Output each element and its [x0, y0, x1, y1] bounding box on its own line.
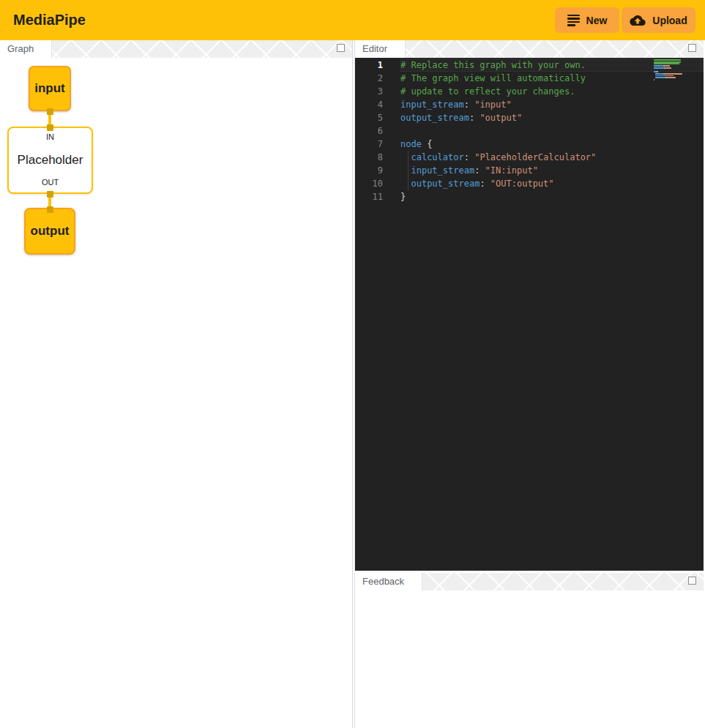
- line-number: 9: [355, 164, 383, 177]
- code-text[interactable]: output_stream: "OUT:output": [400, 177, 704, 190]
- graph-canvas[interactable]: input IN Placeholder OUT output: [0, 58, 352, 728]
- graph-node-placeholder[interactable]: IN Placeholder OUT: [7, 127, 93, 194]
- minimap-line: [654, 67, 664, 69]
- indent-guide: [408, 164, 409, 177]
- code-line[interactable]: 10 output_stream: "OUT:output": [355, 177, 704, 190]
- list-icon: [567, 15, 580, 26]
- editor-panel: Editor 1# Replace this graph with your o…: [354, 40, 704, 571]
- code-line[interactable]: 1# Replace this graph with your own.: [355, 59, 704, 72]
- feedback-panel: Feedback: [354, 573, 704, 728]
- popout-icon[interactable]: [337, 44, 345, 52]
- code-text[interactable]: input_stream: "IN:input": [400, 164, 704, 177]
- code-line[interactable]: 8 calculator: "PlaceholderCalculator": [355, 151, 704, 164]
- line-number: 8: [355, 151, 383, 164]
- code-line[interactable]: 5output_stream: "output": [355, 111, 704, 124]
- graph-node-input[interactable]: input: [29, 66, 71, 111]
- line-number: 4: [355, 98, 383, 111]
- minimap-line: [655, 77, 665, 78]
- graph-node-output[interactable]: output: [24, 208, 75, 255]
- upload-button-label: Upload: [652, 15, 687, 26]
- code-lines: 1# Replace this graph with your own.2# T…: [355, 58, 704, 203]
- line-number: 1: [355, 59, 383, 72]
- code-line[interactable]: 9 input_stream: "IN:input": [355, 164, 704, 177]
- new-button-label: New: [586, 15, 608, 26]
- new-button[interactable]: New: [555, 7, 619, 33]
- code-text[interactable]: calculator: "PlaceholderCalculator": [400, 151, 704, 164]
- code-line[interactable]: 2# The graph view will automatically: [355, 72, 704, 85]
- stream-port: [47, 191, 53, 198]
- app-header: MediaPipe New Upload: [0, 0, 705, 40]
- graph-tabstrip: Graph: [0, 40, 352, 58]
- minimap-line: [665, 67, 671, 69]
- code-editor[interactable]: 1# Replace this graph with your own.2# T…: [355, 58, 704, 571]
- minimap-line: [654, 79, 654, 80]
- line-number: 6: [355, 124, 383, 138]
- code-text[interactable]: [400, 124, 704, 138]
- stream-port: [47, 124, 53, 131]
- app-title: MediaPipe: [13, 0, 86, 40]
- line-number: 2: [355, 72, 383, 85]
- code-line[interactable]: 4input_stream: "input": [355, 98, 704, 111]
- code-line[interactable]: 11}: [355, 190, 704, 203]
- indent-guide: [408, 177, 409, 190]
- minimap-line: [655, 75, 665, 77]
- minimap-line: [654, 63, 679, 64]
- minimap-line: [666, 75, 674, 77]
- line-number: 7: [355, 138, 383, 151]
- popout-icon[interactable]: [688, 44, 696, 52]
- popout-icon[interactable]: [688, 577, 696, 585]
- feedback-content: [355, 590, 704, 728]
- out-port-label: OUT: [9, 178, 92, 187]
- code-text[interactable]: }: [400, 190, 704, 203]
- tab-feedback[interactable]: Feedback: [355, 573, 422, 590]
- indent-guide: [408, 151, 409, 164]
- upload-button[interactable]: Upload: [622, 7, 695, 33]
- minimap-line: [654, 59, 681, 61]
- code-text[interactable]: input_stream: "input": [400, 98, 704, 111]
- stream-port: [47, 108, 53, 115]
- code-text[interactable]: output_stream: "output": [400, 111, 704, 124]
- code-text[interactable]: node {: [400, 138, 704, 151]
- code-line[interactable]: 3# update to reflect your changes.: [355, 85, 704, 98]
- minimap-line: [654, 65, 663, 67]
- app-window: MediaPipe New Upload Graph input IN P: [0, 0, 705, 728]
- stream-port: [47, 206, 53, 213]
- code-line[interactable]: 7node {: [355, 138, 704, 151]
- tab-graph[interactable]: Graph: [0, 40, 52, 58]
- minimap-line: [654, 61, 681, 63]
- feedback-tabstrip: Feedback: [355, 573, 704, 590]
- code-text[interactable]: # update to reflect your changes.: [400, 85, 704, 98]
- line-number: 10: [355, 177, 383, 190]
- minimap-line: [655, 73, 663, 75]
- line-number: 5: [355, 111, 383, 124]
- editor-minimap[interactable]: [654, 59, 686, 83]
- graph-panel: Graph input IN Placeholder OUT output: [0, 40, 353, 728]
- minimap-line: [657, 71, 658, 72]
- minimap-line: [665, 65, 670, 67]
- code-line[interactable]: 6: [355, 124, 704, 138]
- line-number: 3: [355, 85, 383, 98]
- cloud-upload-icon: [630, 15, 646, 26]
- editor-tabstrip: Editor: [355, 40, 704, 58]
- tab-editor[interactable]: Editor: [355, 40, 406, 58]
- line-number: 11: [355, 190, 383, 203]
- minimap-line: [665, 73, 682, 75]
- minimap-line: [667, 77, 676, 78]
